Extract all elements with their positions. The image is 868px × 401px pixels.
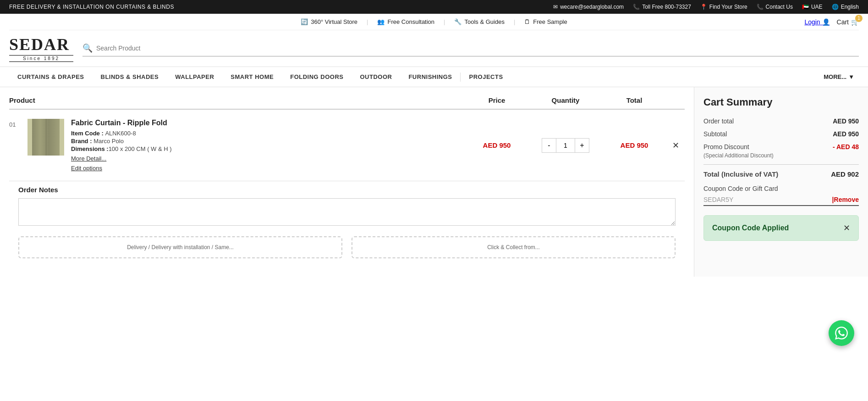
language-link[interactable]: 🌐 English [832,4,859,10]
cart-summary: Cart Summary Order total AED 950 Subtota… [694,87,868,277]
item-code-row: Item Code : ALNK600-8 [71,130,465,137]
order-notes-label: Order Notes [18,186,676,194]
more-detail-link[interactable]: More Detail... [71,155,465,162]
main-content: Product Price Quantity Total 01 Fabric C… [0,87,868,277]
delivery-options: Delivery / Delivery with installation / … [9,236,685,267]
country-link[interactable]: 🇦🇪 UAE [802,4,823,10]
tools-guides-link[interactable]: 🔧 Tools & Guides [454,18,504,25]
free-sample-link[interactable]: 🗒 Free Sample [524,18,567,25]
col-quantity: Quantity [529,96,602,104]
location-icon: 📍 [700,4,707,10]
item-total: AED 950 [602,141,666,149]
edit-options-link[interactable]: Edit options [71,165,465,172]
delivery-card-1[interactable]: Delivery / Delivery with installation / … [18,236,342,258]
flag-icon: 🇦🇪 [802,4,809,10]
divider-2: | [444,18,445,25]
total-row: Total (Inclusive of VAT) AED 902 [703,170,859,178]
search-input[interactable] [96,45,859,52]
total-label: Total (Inclusive of VAT) [703,170,778,178]
search-icon: 🔍 [82,43,93,53]
coupon-input[interactable] [703,196,832,203]
coupon-applied-message: Coupon Code Applied [712,224,789,232]
divider-3: | [514,18,515,25]
curtain-thumbnail [32,119,60,156]
search-bar: 🔍 [82,40,859,56]
col-price: Price [465,96,529,104]
virtual-store-link[interactable]: 🔄 360° Virtual Store [301,18,357,25]
order-total-label: Order total [703,117,734,125]
sample-icon: 🗒 [524,18,530,25]
delivery-option-label-1: Delivery / Delivery with installation / … [26,244,335,251]
nav-more-button[interactable]: MORE... ▼ [819,67,859,87]
nav-folding-doors[interactable]: FOLDING DOORS [282,67,352,87]
item-image [27,119,64,156]
coupon-label: Coupon Code or Gift Card [703,185,859,192]
chevron-down-icon: ▼ [848,73,854,80]
remove-coupon-button[interactable]: |Remove [832,196,859,203]
promo-discount-value: - AED 48 [833,143,859,150]
top-banner-right: ✉ wecare@sedarglobal.com 📞 Toll Free 800… [553,4,859,10]
header: 🔄 360° Virtual Store | 👥 Free Consultati… [0,14,868,67]
subtotal-label: Subtotal [703,130,727,138]
login-link[interactable]: Login 👤 [804,18,830,26]
nav-projects[interactable]: PROJECTS [461,67,511,87]
nav-curtains[interactable]: CURTAINS & DRAPES [9,67,93,87]
col-total: Total [602,96,666,104]
order-total-row: Order total AED 950 [703,117,859,125]
find-store-link[interactable]: 📍 Find Your Store [700,4,747,10]
nav-wallpaper[interactable]: WALLPAPER [167,67,222,87]
coupon-section: Coupon Code or Gift Card |Remove [703,185,859,206]
total-value: AED 902 [831,170,859,178]
item-dimensions-row: Dimensions :100 x 200 CM ( W & H ) [71,145,465,152]
item-info: 01 Fabric Curtain - Ripple Fold Item Cod… [9,119,465,172]
summary-divider [703,164,859,165]
cart-summary-title: Cart Summary [703,96,859,108]
promo-discount-label: Promo Discount [703,143,749,150]
cart-badge: 1 [855,15,863,22]
cart-link[interactable]: Cart 🛒 1 [837,18,859,26]
subtotal-value: AED 950 [833,130,859,138]
user-icon: 👤 [822,18,830,26]
item-brand-row: Brand : Marco Polo [71,138,465,145]
email-link[interactable]: ✉ wecare@sedarglobal.com [553,4,624,10]
logo-text: SEDAR [9,35,73,54]
free-consultation-link[interactable]: 👥 Free Consultation [377,18,434,25]
col-remove [666,96,685,104]
quantity-input[interactable] [556,138,575,153]
contact-us-link[interactable]: 📞 Contact Us [757,4,793,10]
nav-outdoor[interactable]: OUTDOOR [352,67,400,87]
order-total-value: AED 950 [833,117,859,125]
quantity-control: - + [529,138,602,153]
promo-discount-row: Promo Discount - AED 48 [703,143,859,150]
logo-sub: Since 1892 [9,55,73,62]
contact-icon: 📞 [757,4,764,10]
item-name: Fabric Curtain - Ripple Fold [71,119,465,127]
header-top: 🔄 360° Virtual Store | 👥 Free Consultati… [9,18,859,30]
promo-discount-sub: (Special Additional Discount) [703,152,859,159]
main-nav: CURTAINS & DRAPES BLINDS & SHADES WALLPA… [0,67,868,87]
email-icon: ✉ [553,4,558,10]
cart-table-header: Product Price Quantity Total [9,96,685,110]
header-main: SEDAR Since 1892 🔍 [9,30,859,62]
delivery-card-2[interactable]: Click & Collect from... [352,236,676,258]
quantity-decrease-button[interactable]: - [542,138,556,153]
order-notes-textarea[interactable] [18,198,676,226]
header-right: Login 👤 Cart 🛒 1 [804,18,859,26]
item-number: 01 [9,121,21,128]
divider-1: | [367,18,368,25]
coupon-input-row: |Remove [703,196,859,206]
nav-blinds[interactable]: BLINDS & SHADES [93,67,167,87]
header-top-actions: 🔄 360° Virtual Store | 👥 Free Consultati… [301,18,567,25]
item-details: Fabric Curtain - Ripple Fold Item Code :… [71,119,465,172]
table-row: 01 Fabric Curtain - Ripple Fold Item Cod… [9,110,685,181]
remove-item-button[interactable]: ✕ [666,140,685,150]
coupon-applied-close-button[interactable]: ✕ [843,223,850,233]
quantity-increase-button[interactable]: + [575,138,589,153]
globe-icon: 🌐 [832,4,839,10]
consultation-icon: 👥 [377,18,385,25]
phone-link[interactable]: 📞 Toll Free 800-73327 [633,4,691,10]
virtual-store-icon: 🔄 [301,18,308,25]
tools-icon: 🔧 [454,18,461,25]
nav-smart-home[interactable]: SMART HOME [222,67,282,87]
nav-furnishings[interactable]: FURNISHINGS [400,67,460,87]
